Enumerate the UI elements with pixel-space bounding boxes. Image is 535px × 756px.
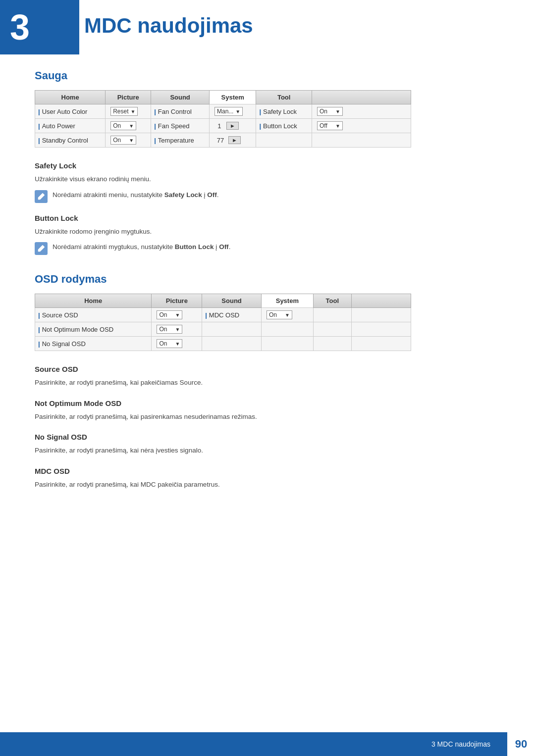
cell-auto-power-control[interactable]: On▼	[106, 119, 151, 133]
cell-fan-control-label: Fan Control	[151, 104, 210, 119]
cell-fan-control-control[interactable]: Man...▼	[209, 104, 256, 119]
not-optimum-body: Pasirinkite, ar rodyti pranešimą, kai pa…	[35, 411, 500, 422]
cell-empty-7	[313, 322, 351, 337]
button-lock-dropdown[interactable]: Off▼	[317, 121, 343, 130]
note-icon-1	[35, 190, 48, 203]
cell-empty-9	[202, 337, 262, 351]
cell-source-osd-label: Source OSD	[35, 308, 152, 322]
safety-lock-heading: Safety Lock	[35, 161, 500, 170]
cell-empty-12	[352, 337, 411, 351]
cell-empty-3	[313, 308, 351, 322]
source-osd-dropdown[interactable]: On▼	[157, 310, 182, 319]
cell-empty-6	[261, 322, 313, 337]
cell-source-osd-control[interactable]: On▼	[152, 308, 202, 322]
no-signal-body: Pasirinkite, ar rodyti pranešimą, kai nė…	[35, 445, 500, 456]
tab-empty-1	[312, 91, 411, 104]
cell-empty-5	[202, 322, 262, 337]
tab-tool-1[interactable]: Tool	[256, 91, 312, 104]
tab-picture-2[interactable]: Picture	[152, 294, 202, 308]
fan-control-dropdown[interactable]: Man...▼	[214, 107, 243, 116]
table-row: User Auto Color Reset▼ Fan Control Man..…	[35, 104, 411, 119]
footer-page-box: 90	[507, 732, 535, 756]
footer-text: 3 MDC naudojimas	[431, 740, 490, 748]
cell-no-signal-label: No Signal OSD	[35, 337, 152, 351]
pencil-icon	[37, 193, 45, 201]
tab-empty-2	[352, 294, 411, 308]
cell-fan-speed-control[interactable]: 1 ►	[209, 119, 256, 133]
cell-empty-10	[261, 337, 313, 351]
table-row: Auto Power On▼ Fan Speed 1 ► Button Lock…	[35, 119, 411, 133]
cell-button-lock-control[interactable]: Off▼	[312, 119, 411, 133]
tab-sound-2[interactable]: Sound	[202, 294, 262, 308]
cell-not-optimum-label: Not Optimum Mode OSD	[35, 322, 152, 337]
chapter-header-bg: 3	[0, 0, 79, 54]
cell-temperature-label: Temperature	[151, 133, 210, 148]
button-lock-note-box: Norėdami atrakinti mygtukus, nustatykite…	[35, 242, 500, 255]
cell-user-auto-color-label: User Auto Color	[35, 104, 106, 119]
not-optimum-dropdown[interactable]: On▼	[157, 325, 182, 334]
cell-empty-4	[352, 308, 411, 322]
cell-no-signal-control[interactable]: On▼	[152, 337, 202, 351]
temperature-arrow-btn[interactable]: ►	[228, 136, 241, 144]
table-row: Not Optimum Mode OSD On▼	[35, 322, 411, 337]
button-lock-heading: Button Lock	[35, 214, 500, 222]
section1-heading: Sauga	[35, 69, 500, 82]
tab-sound-1[interactable]: Sound	[151, 91, 210, 104]
cell-empty-1	[256, 133, 312, 148]
not-optimum-heading: Not Optimum Mode OSD	[35, 399, 500, 407]
safety-lock-note-box: Norėdami atrakinti meniu, nustatykite Sa…	[35, 190, 500, 203]
fan-speed-arrow-btn[interactable]: ►	[226, 122, 239, 130]
button-lock-body: Užrakinkite rodomo įrenginio mygtukus.	[35, 226, 500, 237]
tab-tool-2[interactable]: Tool	[313, 294, 351, 308]
section2-heading: OSD rodymas	[35, 273, 500, 286]
note-icon-2	[35, 242, 48, 255]
cell-not-optimum-control[interactable]: On▼	[152, 322, 202, 337]
sauga-ui-table: Home Picture Sound System Tool User Auto…	[35, 90, 411, 148]
cell-button-lock-label: Button Lock	[256, 119, 312, 133]
tab-home-2[interactable]: Home	[35, 294, 152, 308]
auto-power-dropdown[interactable]: On▼	[110, 121, 136, 130]
table-row: Source OSD On▼ MDC OSD On▼	[35, 308, 411, 322]
cell-standby-control-control[interactable]: On▼	[106, 133, 151, 148]
mdc-osd-heading: MDC OSD	[35, 467, 500, 475]
chapter-number: 3	[10, 9, 30, 45]
cell-auto-power-label: Auto Power	[35, 119, 106, 133]
cell-empty-8	[352, 322, 411, 337]
pencil-icon-2	[37, 245, 45, 252]
cell-mdc-osd-label: MDC OSD	[202, 308, 262, 322]
cell-standby-control-label: Standby Control	[35, 133, 106, 148]
safety-lock-note-text: Norėdami atrakinti meniu, nustatykite Sa…	[53, 190, 218, 201]
button-lock-note-text: Norėdami atrakinti mygtukus, nustatykite…	[53, 242, 230, 252]
footer-page-number: 90	[515, 738, 527, 751]
main-content: Sauga Home Picture Sound System Tool Use…	[0, 0, 535, 535]
safety-lock-dropdown[interactable]: On▼	[317, 107, 343, 116]
cell-temperature-control[interactable]: 77 ►	[209, 133, 256, 148]
tab-system-1[interactable]: System	[209, 91, 256, 104]
cell-safety-lock-label: Safety Lock	[256, 104, 312, 119]
chapter-title: MDC naudojimas	[84, 14, 253, 38]
table-row: Standby Control On▼ Temperature 77 ►	[35, 133, 411, 148]
source-osd-heading: Source OSD	[35, 365, 500, 373]
tab-picture-1[interactable]: Picture	[106, 91, 151, 104]
table-row: No Signal OSD On▼	[35, 337, 411, 351]
tab-system-2[interactable]: System	[261, 294, 313, 308]
cell-empty-2	[312, 133, 411, 148]
safety-lock-body: Užrakinkite visus ekrano rodinių meniu.	[35, 174, 500, 185]
source-osd-body: Pasirinkite, ar rodyti pranešimą, kai pa…	[35, 377, 500, 388]
osd-ui-table: Home Picture Sound System Tool Source OS…	[35, 294, 411, 351]
cell-empty-11	[313, 337, 351, 351]
tab-home-1[interactable]: Home	[35, 91, 106, 104]
fan-speed-value: 1	[214, 122, 224, 130]
no-signal-heading: No Signal OSD	[35, 433, 500, 441]
mdc-osd-body: Pasirinkite, ar rodyti pranešimą, kai MD…	[35, 479, 500, 490]
mdc-osd-dropdown[interactable]: On▼	[267, 310, 292, 319]
temperature-value: 77	[214, 137, 226, 144]
cell-user-auto-color-control[interactable]: Reset▼	[106, 104, 151, 119]
standby-control-dropdown[interactable]: On▼	[110, 136, 136, 145]
cell-safety-lock-control[interactable]: On▼	[312, 104, 411, 119]
cell-mdc-osd-control[interactable]: On▼	[261, 308, 313, 322]
reset-dropdown[interactable]: Reset▼	[110, 107, 138, 116]
cell-fan-speed-label: Fan Speed	[151, 119, 210, 133]
footer: 3 MDC naudojimas 90	[0, 732, 535, 756]
no-signal-dropdown[interactable]: On▼	[157, 339, 182, 348]
